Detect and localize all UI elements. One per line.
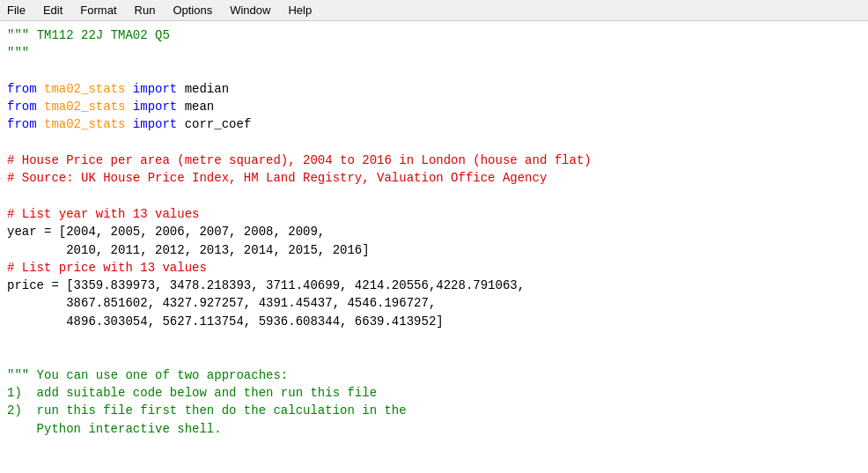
token: from — [7, 100, 37, 114]
menu-help[interactable]: Help — [284, 3, 315, 18]
token — [37, 100, 44, 114]
code-line: 3867.851602, 4327.927257, 4391.45437, 45… — [7, 294, 861, 312]
token: 2) run this file first then do the calcu… — [7, 403, 407, 418]
token: TM112 22J TMA02 Q5 — [37, 28, 170, 42]
token: median — [177, 82, 229, 96]
token: # Source: UK House Price Index, HM Land … — [7, 171, 547, 185]
token: """ — [7, 46, 29, 60]
code-line: 1) add suitable code below and then run … — [7, 384, 861, 402]
code-line: from tma02_stats import median — [7, 80, 861, 98]
menu-bar: File Edit Format Run Options Window Help — [0, 0, 868, 21]
code-line — [7, 134, 861, 152]
token: 4896.303054, 5627.113754, 5936.608344, 6… — [7, 314, 444, 329]
code-line: 4896.303054, 5627.113754, 5936.608344, 6… — [7, 313, 861, 330]
token — [37, 117, 44, 131]
token: import — [133, 100, 177, 114]
token: import — [133, 82, 177, 96]
token: """ — [7, 368, 29, 382]
token: import — [133, 117, 177, 131]
token: You can use one of two approaches: — [29, 368, 288, 382]
menu-options[interactable]: Options — [169, 3, 216, 18]
token: tma02_stats — [44, 117, 125, 131]
menu-edit[interactable]: Edit — [40, 3, 66, 18]
code-line: Python interactive shell. — [7, 420, 861, 438]
token: from — [7, 82, 37, 96]
code-line: """ — [7, 44, 861, 62]
code-line: from tma02_stats import corr_coef — [7, 115, 861, 133]
token: from — [7, 117, 37, 131]
menu-file[interactable]: File — [4, 3, 29, 18]
code-line: year = [2004, 2005, 2006, 2007, 2008, 20… — [7, 223, 861, 240]
token: # House Price per area (metre squared), … — [7, 153, 592, 167]
code-line — [7, 348, 861, 366]
code-line: # House Price per area (metre squared), … — [7, 152, 861, 169]
token — [29, 28, 36, 42]
token: # List price with 13 values — [7, 261, 207, 275]
token: # List year with 13 values — [7, 207, 199, 221]
token: tma02_stats — [44, 100, 125, 114]
token: year = [2004, 2005, 2006, 2007, 2008, 20… — [7, 225, 325, 239]
code-line: """ TM112 22J TMA02 Q5 — [7, 26, 861, 44]
code-line: """ You can use one of two approaches: — [7, 366, 861, 384]
token — [125, 100, 132, 114]
code-line: 2) run this file first then do the calcu… — [7, 402, 861, 419]
code-line — [7, 63, 861, 80]
token: 2010, 2011, 2012, 2013, 2014, 2015, 2016… — [7, 243, 370, 257]
token: corr_coef — [177, 117, 251, 131]
code-line: from tma02_stats import mean — [7, 98, 861, 115]
code-line: price = [3359.839973, 3478.218393, 3711.… — [7, 277, 861, 294]
token — [125, 82, 132, 96]
menu-run[interactable]: Run — [131, 3, 159, 18]
token — [125, 117, 132, 131]
token: Python interactive shell. — [7, 422, 222, 436]
token: """ — [7, 28, 29, 42]
token: 3867.851602, 4327.927257, 4391.45437, 45… — [7, 296, 436, 310]
code-line — [7, 188, 861, 205]
menu-window[interactable]: Window — [226, 3, 274, 18]
code-line: 2010, 2011, 2012, 2013, 2014, 2015, 2016… — [7, 241, 861, 259]
code-line — [7, 330, 861, 348]
token: tma02_stats — [44, 82, 125, 96]
code-line: # List year with 13 values — [7, 205, 861, 223]
token: price = [3359.839973, 3478.218393, 3711.… — [7, 278, 525, 292]
code-line: # Source: UK House Price Index, HM Land … — [7, 169, 861, 187]
code-editor[interactable]: """ TM112 22J TMA02 Q5""" from tma02_sta… — [0, 21, 868, 473]
token — [37, 82, 44, 96]
menu-format[interactable]: Format — [77, 3, 120, 18]
token: 1) add suitable code below and then run … — [7, 386, 377, 400]
token: mean — [177, 100, 214, 114]
code-line: # List price with 13 values — [7, 259, 861, 277]
